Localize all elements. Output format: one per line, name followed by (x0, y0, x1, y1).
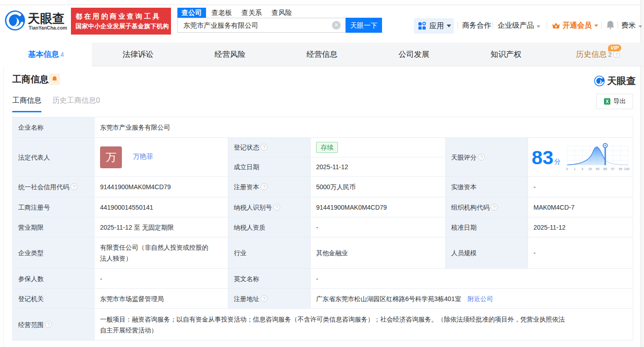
notification-bell-icon[interactable] (605, 20, 615, 31)
subtabs: 工商信息 历史工商信息0 (12, 96, 100, 112)
field-label: 登记状态? (228, 138, 311, 157)
help-icon[interactable]: ? (261, 295, 267, 302)
search-tab-boss[interactable]: 查老板 (207, 8, 236, 18)
field-label: 天眼评分? (446, 138, 528, 177)
clear-icon[interactable]: ✕ (332, 21, 341, 30)
promo-banner: 都在用的商业查询工具 国家中小企业发展子基金旗下机构 (71, 8, 171, 35)
tab-operation-risk[interactable]: 经营风险 (184, 43, 276, 66)
label-text: 登记状态 (234, 144, 259, 151)
legal-rep-link[interactable]: 万艳菲 (133, 152, 153, 160)
nearby-companies-link[interactable]: 附近公司 (468, 295, 493, 302)
label-text: 注册地址 (234, 295, 259, 302)
search-button[interactable]: 天眼一下 (346, 18, 382, 33)
field-value: 2025-11-12 至 无固定期限 (95, 217, 228, 237)
tab-count: 2 (608, 51, 612, 58)
logo-domain: TianYanCha.com (29, 25, 67, 30)
svg-text:0: 0 (566, 167, 568, 171)
score-unit: 分 (554, 156, 561, 167)
search-tab-company[interactable]: 查公司 (177, 8, 206, 18)
help-icon[interactable]: ? (261, 144, 267, 151)
svg-text:97: 97 (611, 167, 614, 171)
subtab-history-info[interactable]: 历史工商信息0 (52, 96, 100, 112)
field-value: 2025-11-12 (528, 217, 633, 237)
field-value: 一般项目：融资咨询服务；以自有资金从事投资活动；信息咨询服务（不含许可类信息咨询… (95, 309, 633, 341)
export-button[interactable]: X 导出 (596, 94, 633, 109)
divider (493, 22, 493, 29)
tab-basic-info[interactable]: 基本信息4 (0, 43, 92, 66)
tianyancha-logo-icon (594, 75, 605, 86)
banner-line1: 都在用的商业查询工具 (75, 11, 166, 21)
help-icon[interactable]: ? (70, 183, 77, 190)
label-text: 组织机构代码 (451, 204, 489, 211)
field-value: 东莞市产业服务有限公司 (95, 117, 633, 138)
caret-down-icon (639, 25, 642, 28)
divider (618, 22, 618, 29)
watermark-logo: 天眼查 (594, 75, 636, 87)
crown-icon (552, 22, 560, 30)
field-label: 实缴资本 (446, 177, 528, 197)
top-divider (0, 5, 644, 5)
address-text: 广东省东莞市松山湖园区红棉路6号科学苑3栋401室 (316, 295, 461, 302)
field-label: 人员规模 (446, 237, 528, 269)
caret-down-icon (537, 25, 540, 28)
export-label: 导出 (614, 97, 626, 106)
subtab-business-info[interactable]: 工商信息 (12, 96, 41, 112)
logo-title[interactable]: 天眼查 (28, 10, 65, 27)
field-value: 其他金融业 (311, 237, 446, 269)
tab-label: 法律诉讼 (122, 50, 153, 59)
field-label: 统一社会信用代码? (13, 177, 95, 197)
vip-upgrade-link[interactable]: 开通会员 (552, 21, 598, 30)
help-icon[interactable]: ? (45, 321, 52, 328)
enterprise-product-link[interactable]: 企业级产品 (498, 21, 540, 30)
app-grid-icon (418, 22, 426, 30)
watermark-text: 天眼查 (607, 75, 636, 87)
score-cell: 83 分 (528, 138, 633, 177)
divider (547, 22, 547, 29)
label-text: 注册资本 (234, 183, 259, 191)
tab-intellectual-property[interactable]: 知识产权 (460, 43, 552, 66)
help-icon[interactable]: ? (273, 204, 280, 211)
field-label: 组织机构代码? (446, 197, 528, 217)
tab-label: 经营风险 (215, 50, 246, 59)
field-value: 441900014550141 (95, 197, 228, 217)
avatar[interactable]: 万 (100, 146, 122, 168)
subscribe-bell-icon[interactable] (49, 74, 60, 85)
divider (601, 22, 602, 29)
user-menu[interactable]: 费米 (621, 21, 642, 30)
tab-history-info[interactable]: 历史信息2?VIP (552, 43, 644, 66)
business-coop-link[interactable]: 商务合作 (462, 21, 491, 30)
field-label: 纳税人资质 (228, 217, 311, 237)
username-label: 费米 (621, 21, 636, 29)
field-label: 行业 (228, 237, 311, 269)
tab-label: 经营信息 (307, 50, 337, 59)
main-tabbar: 基本信息4 法律诉讼 经营风险 经营信息 公司发展 知识产权 历史信息2?VIP (0, 43, 644, 66)
tab-legal[interactable]: 法律诉讼 (92, 43, 184, 66)
banner-line2: 国家中小企业发展子基金旗下机构 (75, 21, 166, 31)
tab-operation-info[interactable]: 经营信息 (276, 43, 368, 66)
field-value: - (528, 177, 633, 197)
search-tabs: 查公司 查老板 查关系 查风险 (177, 8, 297, 18)
app-label: 应用 (429, 21, 444, 31)
help-icon[interactable]: ? (613, 51, 620, 58)
field-value: 2025-11-12 (311, 157, 446, 177)
field-label: 核准日期 (446, 217, 528, 237)
help-icon[interactable]: ? (478, 154, 485, 161)
label-text: 经营范围 (18, 321, 44, 328)
search-tab-relation[interactable]: 查关系 (237, 8, 266, 18)
search-input[interactable]: 东莞市产业服务有限公司 ✕ (177, 18, 346, 33)
svg-text:100: 100 (624, 167, 629, 171)
field-value: 广东省东莞市松山湖园区红棉路6号科学苑3栋401室附近公司 (311, 289, 633, 309)
tianyancha-logo-icon[interactable] (5, 10, 25, 31)
search-tab-risk[interactable]: 查风险 (267, 8, 296, 18)
field-label: 成立日期 (228, 157, 311, 177)
status-badge: 存续 (316, 142, 338, 153)
help-icon[interactable]: ? (491, 204, 498, 211)
tab-company-development[interactable]: 公司发展 (368, 43, 460, 66)
app-menu[interactable]: 应用 (414, 18, 454, 34)
field-label: 纳税人识别号? (228, 197, 311, 217)
help-icon[interactable]: ? (261, 183, 267, 190)
field-value: - (311, 217, 446, 237)
tab-count: 4 (60, 51, 64, 58)
field-label: 注册地址? (228, 289, 311, 309)
section-title: 工商信息 (12, 73, 49, 85)
